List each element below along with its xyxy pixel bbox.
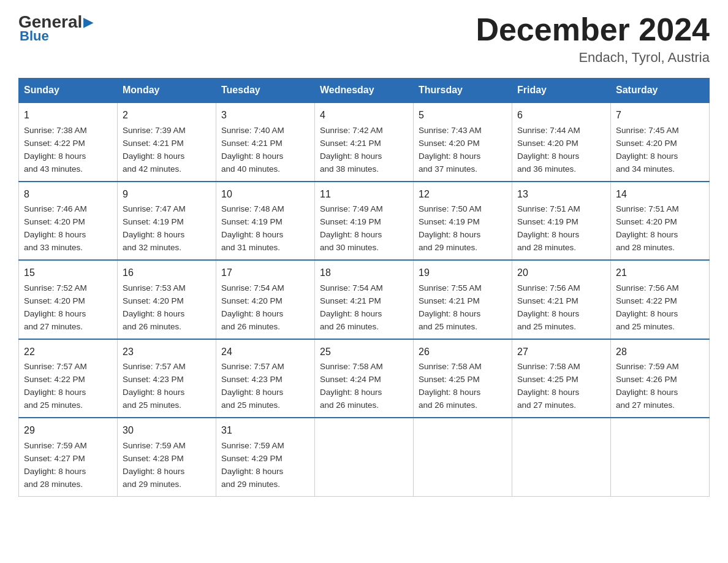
day-number: 29 [24, 423, 112, 439]
day-number: 22 [24, 345, 112, 360]
day-number: 16 [123, 266, 211, 281]
calendar-header-row: Sunday Monday Tuesday Wednesday Thursday… [19, 79, 710, 103]
calendar-cell: 12Sunrise: 7:50 AMSunset: 4:19 PMDayligh… [414, 182, 512, 260]
col-friday: Friday [512, 79, 611, 103]
col-monday: Monday [118, 79, 216, 103]
day-number: 11 [320, 187, 408, 202]
day-number: 28 [616, 345, 704, 360]
day-number: 21 [616, 266, 704, 281]
day-number: 1 [24, 108, 112, 123]
day-number: 20 [517, 266, 605, 281]
title-block: December 2024 Endach, Tyrol, Austria [476, 12, 710, 66]
calendar-cell: 4Sunrise: 7:42 AMSunset: 4:21 PMDaylight… [315, 102, 414, 181]
logo-blue-text: ▶ [83, 15, 93, 29]
calendar-cell: 31Sunrise: 7:59 AMSunset: 4:29 PMDayligh… [216, 418, 315, 496]
day-number: 6 [517, 108, 605, 123]
calendar-cell: 13Sunrise: 7:51 AMSunset: 4:19 PMDayligh… [512, 182, 611, 260]
calendar-cell: 30Sunrise: 7:59 AMSunset: 4:28 PMDayligh… [118, 418, 216, 496]
logo: General ▶ Blue [18, 12, 93, 44]
day-number: 17 [221, 266, 309, 281]
day-number: 3 [221, 108, 309, 123]
calendar-week-row: 1Sunrise: 7:38 AMSunset: 4:22 PMDaylight… [19, 102, 710, 181]
calendar-cell: 24Sunrise: 7:57 AMSunset: 4:23 PMDayligh… [216, 339, 315, 418]
calendar-cell: 28Sunrise: 7:59 AMSunset: 4:26 PMDayligh… [611, 339, 710, 418]
day-number: 19 [419, 266, 507, 281]
calendar-cell: 21Sunrise: 7:56 AMSunset: 4:22 PMDayligh… [611, 260, 710, 339]
day-number: 25 [320, 345, 408, 360]
calendar-cell [315, 418, 414, 496]
day-number: 23 [123, 345, 211, 360]
calendar-cell: 26Sunrise: 7:58 AMSunset: 4:25 PMDayligh… [414, 339, 512, 418]
calendar-cell: 6Sunrise: 7:44 AMSunset: 4:20 PMDaylight… [512, 102, 611, 181]
main-title: December 2024 [476, 12, 710, 47]
day-number: 30 [123, 423, 211, 439]
col-tuesday: Tuesday [216, 79, 315, 103]
calendar-cell: 19Sunrise: 7:55 AMSunset: 4:21 PMDayligh… [414, 260, 512, 339]
location-subtitle: Endach, Tyrol, Austria [476, 50, 710, 66]
day-number: 13 [517, 187, 605, 202]
calendar-cell: 7Sunrise: 7:45 AMSunset: 4:20 PMDaylight… [611, 102, 710, 181]
day-number: 7 [616, 108, 704, 123]
calendar-cell [512, 418, 611, 496]
calendar-week-row: 15Sunrise: 7:52 AMSunset: 4:20 PMDayligh… [19, 260, 710, 339]
calendar-cell: 11Sunrise: 7:49 AMSunset: 4:19 PMDayligh… [315, 182, 414, 260]
day-number: 10 [221, 187, 309, 202]
calendar-cell: 5Sunrise: 7:43 AMSunset: 4:20 PMDaylight… [414, 102, 512, 181]
day-number: 27 [517, 345, 605, 360]
calendar-cell: 29Sunrise: 7:59 AMSunset: 4:27 PMDayligh… [19, 418, 118, 496]
calendar-cell: 14Sunrise: 7:51 AMSunset: 4:20 PMDayligh… [611, 182, 710, 260]
calendar-cell [611, 418, 710, 496]
calendar-cell: 22Sunrise: 7:57 AMSunset: 4:22 PMDayligh… [19, 339, 118, 418]
calendar-cell: 9Sunrise: 7:47 AMSunset: 4:19 PMDaylight… [118, 182, 216, 260]
col-saturday: Saturday [611, 79, 710, 103]
col-thursday: Thursday [414, 79, 512, 103]
logo-subtitle: Blue [20, 28, 49, 44]
calendar-cell [414, 418, 512, 496]
calendar-cell: 25Sunrise: 7:58 AMSunset: 4:24 PMDayligh… [315, 339, 414, 418]
day-number: 15 [24, 266, 112, 281]
calendar-cell: 16Sunrise: 7:53 AMSunset: 4:20 PMDayligh… [118, 260, 216, 339]
col-wednesday: Wednesday [315, 79, 414, 103]
col-sunday: Sunday [19, 79, 118, 103]
day-number: 9 [123, 187, 211, 202]
calendar-cell: 10Sunrise: 7:48 AMSunset: 4:19 PMDayligh… [216, 182, 315, 260]
calendar-cell: 20Sunrise: 7:56 AMSunset: 4:21 PMDayligh… [512, 260, 611, 339]
calendar-week-row: 29Sunrise: 7:59 AMSunset: 4:27 PMDayligh… [19, 418, 710, 496]
calendar-week-row: 8Sunrise: 7:46 AMSunset: 4:20 PMDaylight… [19, 182, 710, 260]
day-number: 18 [320, 266, 408, 281]
day-number: 31 [221, 423, 309, 439]
day-number: 24 [221, 345, 309, 360]
day-number: 5 [419, 108, 507, 123]
day-number: 26 [419, 345, 507, 360]
calendar-cell: 15Sunrise: 7:52 AMSunset: 4:20 PMDayligh… [19, 260, 118, 339]
calendar-cell: 2Sunrise: 7:39 AMSunset: 4:21 PMDaylight… [118, 102, 216, 181]
calendar-cell: 18Sunrise: 7:54 AMSunset: 4:21 PMDayligh… [315, 260, 414, 339]
day-number: 4 [320, 108, 408, 123]
calendar-cell: 23Sunrise: 7:57 AMSunset: 4:23 PMDayligh… [118, 339, 216, 418]
calendar-week-row: 22Sunrise: 7:57 AMSunset: 4:22 PMDayligh… [19, 339, 710, 418]
day-number: 8 [24, 187, 112, 202]
calendar-cell: 8Sunrise: 7:46 AMSunset: 4:20 PMDaylight… [19, 182, 118, 260]
calendar-cell: 17Sunrise: 7:54 AMSunset: 4:20 PMDayligh… [216, 260, 315, 339]
day-number: 2 [123, 108, 211, 123]
page-header: General ▶ Blue December 2024 Endach, Tyr… [18, 12, 710, 66]
calendar-table: Sunday Monday Tuesday Wednesday Thursday… [18, 78, 710, 496]
calendar-cell: 27Sunrise: 7:58 AMSunset: 4:25 PMDayligh… [512, 339, 611, 418]
day-number: 14 [616, 187, 704, 202]
calendar-cell: 3Sunrise: 7:40 AMSunset: 4:21 PMDaylight… [216, 102, 315, 181]
day-number: 12 [419, 187, 507, 202]
calendar-cell: 1Sunrise: 7:38 AMSunset: 4:22 PMDaylight… [19, 102, 118, 181]
